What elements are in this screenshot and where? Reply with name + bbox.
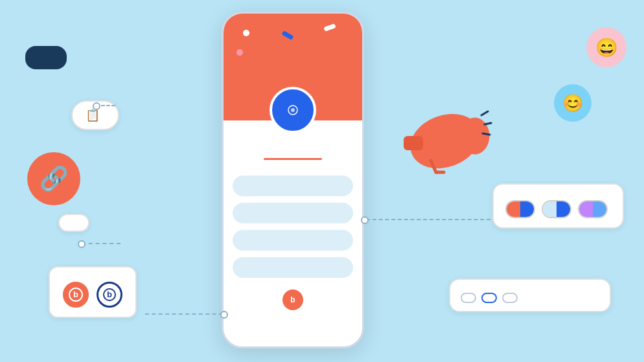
connector-chain-url bbox=[82, 243, 121, 244]
logo-icon-bitly-orange: b bbox=[63, 282, 89, 308]
bitly-url[interactable] bbox=[58, 214, 89, 232]
phone-link-btn-4 bbox=[233, 257, 353, 278]
pink-smiley: 😄 bbox=[586, 27, 627, 67]
phone-link-btn-3 bbox=[233, 230, 353, 251]
logo-icon-bitly-blue: b bbox=[97, 282, 122, 308]
blue-smiley: 😊 bbox=[554, 84, 592, 122]
phone-logo-text bbox=[287, 103, 299, 117]
phone-logo-circle bbox=[270, 87, 316, 133]
swatch-1[interactable] bbox=[505, 200, 535, 218]
svg-line-12 bbox=[481, 111, 488, 115]
color-themes-box[interactable] bbox=[492, 183, 624, 229]
svg-rect-8 bbox=[404, 136, 423, 150]
logo-box: b b bbox=[49, 266, 137, 318]
svg-point-5 bbox=[291, 108, 295, 112]
megaphone-illustration bbox=[398, 96, 492, 177]
connector-dot-4 bbox=[78, 240, 86, 248]
phone-mockup: b bbox=[222, 12, 364, 348]
phone-header bbox=[224, 14, 362, 120]
swatch-3[interactable] bbox=[578, 200, 608, 218]
phone-body: b bbox=[224, 120, 362, 319]
font-sample-3[interactable] bbox=[502, 293, 518, 303]
connector-dot-1 bbox=[361, 216, 369, 224]
connector-dot-2 bbox=[220, 311, 228, 319]
chain-link-icon: 🔗 bbox=[27, 152, 80, 205]
color-swatches bbox=[505, 200, 611, 218]
connector-dot-3 bbox=[93, 102, 100, 110]
document-icon: 📋 bbox=[86, 108, 100, 122]
create-new-button[interactable] bbox=[25, 46, 67, 69]
connector-phone-themes bbox=[366, 219, 490, 220]
font-sample-1[interactable] bbox=[461, 293, 476, 303]
svg-text:b: b bbox=[73, 289, 78, 299]
logo-icons: b b bbox=[63, 282, 122, 308]
svg-line-14 bbox=[483, 133, 490, 135]
font-sample-2[interactable] bbox=[481, 293, 497, 303]
svg-text:b: b bbox=[107, 289, 112, 299]
font-samples bbox=[461, 293, 599, 303]
connector-logo-phone bbox=[145, 313, 223, 315]
swatch-2[interactable] bbox=[542, 200, 571, 218]
phone-footer-bitly-icon: b bbox=[282, 289, 303, 310]
fonts-box[interactable] bbox=[449, 278, 611, 312]
phone-name-underline bbox=[264, 158, 322, 160]
phone-link-btn-2 bbox=[233, 203, 353, 223]
svg-line-13 bbox=[485, 123, 491, 124]
phone-link-btn-1 bbox=[233, 175, 353, 196]
